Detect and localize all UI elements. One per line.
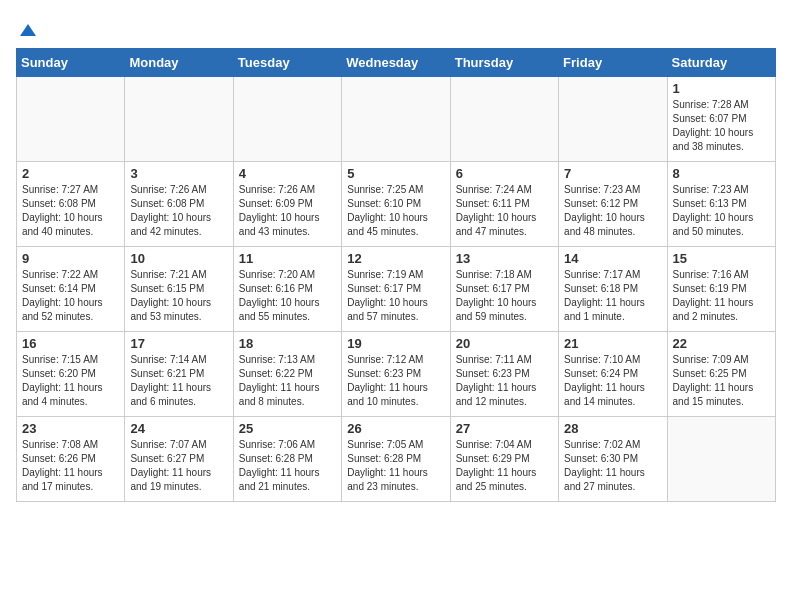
day-cell: 21Sunrise: 7:10 AM Sunset: 6:24 PM Dayli… xyxy=(559,332,667,417)
day-cell: 15Sunrise: 7:16 AM Sunset: 6:19 PM Dayli… xyxy=(667,247,775,332)
week-row-1: 1Sunrise: 7:28 AM Sunset: 6:07 PM Daylig… xyxy=(17,77,776,162)
day-info: Sunrise: 7:13 AM Sunset: 6:22 PM Dayligh… xyxy=(239,353,336,409)
day-info: Sunrise: 7:21 AM Sunset: 6:15 PM Dayligh… xyxy=(130,268,227,324)
day-number: 9 xyxy=(22,251,119,266)
weekday-header-wednesday: Wednesday xyxy=(342,49,450,77)
header xyxy=(16,16,776,40)
day-info: Sunrise: 7:10 AM Sunset: 6:24 PM Dayligh… xyxy=(564,353,661,409)
day-number: 27 xyxy=(456,421,553,436)
day-cell xyxy=(17,77,125,162)
day-cell: 20Sunrise: 7:11 AM Sunset: 6:23 PM Dayli… xyxy=(450,332,558,417)
day-cell xyxy=(233,77,341,162)
day-info: Sunrise: 7:22 AM Sunset: 6:14 PM Dayligh… xyxy=(22,268,119,324)
day-cell: 10Sunrise: 7:21 AM Sunset: 6:15 PM Dayli… xyxy=(125,247,233,332)
day-cell: 27Sunrise: 7:04 AM Sunset: 6:29 PM Dayli… xyxy=(450,417,558,502)
day-number: 14 xyxy=(564,251,661,266)
day-cell: 12Sunrise: 7:19 AM Sunset: 6:17 PM Dayli… xyxy=(342,247,450,332)
weekday-header-saturday: Saturday xyxy=(667,49,775,77)
day-info: Sunrise: 7:02 AM Sunset: 6:30 PM Dayligh… xyxy=(564,438,661,494)
day-number: 8 xyxy=(673,166,770,181)
day-number: 5 xyxy=(347,166,444,181)
day-info: Sunrise: 7:18 AM Sunset: 6:17 PM Dayligh… xyxy=(456,268,553,324)
day-info: Sunrise: 7:15 AM Sunset: 6:20 PM Dayligh… xyxy=(22,353,119,409)
day-info: Sunrise: 7:24 AM Sunset: 6:11 PM Dayligh… xyxy=(456,183,553,239)
day-number: 4 xyxy=(239,166,336,181)
day-number: 6 xyxy=(456,166,553,181)
logo-icon xyxy=(18,20,38,40)
day-number: 21 xyxy=(564,336,661,351)
day-cell xyxy=(667,417,775,502)
day-number: 2 xyxy=(22,166,119,181)
day-cell: 5Sunrise: 7:25 AM Sunset: 6:10 PM Daylig… xyxy=(342,162,450,247)
day-info: Sunrise: 7:16 AM Sunset: 6:19 PM Dayligh… xyxy=(673,268,770,324)
day-info: Sunrise: 7:28 AM Sunset: 6:07 PM Dayligh… xyxy=(673,98,770,154)
day-info: Sunrise: 7:19 AM Sunset: 6:17 PM Dayligh… xyxy=(347,268,444,324)
weekday-header-thursday: Thursday xyxy=(450,49,558,77)
day-cell: 26Sunrise: 7:05 AM Sunset: 6:28 PM Dayli… xyxy=(342,417,450,502)
day-info: Sunrise: 7:26 AM Sunset: 6:08 PM Dayligh… xyxy=(130,183,227,239)
day-info: Sunrise: 7:11 AM Sunset: 6:23 PM Dayligh… xyxy=(456,353,553,409)
day-number: 16 xyxy=(22,336,119,351)
week-row-4: 16Sunrise: 7:15 AM Sunset: 6:20 PM Dayli… xyxy=(17,332,776,417)
day-number: 17 xyxy=(130,336,227,351)
day-info: Sunrise: 7:27 AM Sunset: 6:08 PM Dayligh… xyxy=(22,183,119,239)
svg-marker-0 xyxy=(20,24,36,36)
weekday-header-friday: Friday xyxy=(559,49,667,77)
day-number: 28 xyxy=(564,421,661,436)
day-info: Sunrise: 7:14 AM Sunset: 6:21 PM Dayligh… xyxy=(130,353,227,409)
day-number: 22 xyxy=(673,336,770,351)
day-cell: 11Sunrise: 7:20 AM Sunset: 6:16 PM Dayli… xyxy=(233,247,341,332)
week-row-3: 9Sunrise: 7:22 AM Sunset: 6:14 PM Daylig… xyxy=(17,247,776,332)
day-cell: 14Sunrise: 7:17 AM Sunset: 6:18 PM Dayli… xyxy=(559,247,667,332)
logo xyxy=(16,20,38,40)
day-number: 18 xyxy=(239,336,336,351)
weekday-header-tuesday: Tuesday xyxy=(233,49,341,77)
day-cell: 25Sunrise: 7:06 AM Sunset: 6:28 PM Dayli… xyxy=(233,417,341,502)
day-info: Sunrise: 7:06 AM Sunset: 6:28 PM Dayligh… xyxy=(239,438,336,494)
day-cell xyxy=(342,77,450,162)
day-number: 24 xyxy=(130,421,227,436)
day-number: 23 xyxy=(22,421,119,436)
day-cell: 23Sunrise: 7:08 AM Sunset: 6:26 PM Dayli… xyxy=(17,417,125,502)
day-number: 19 xyxy=(347,336,444,351)
day-number: 3 xyxy=(130,166,227,181)
day-number: 15 xyxy=(673,251,770,266)
week-row-2: 2Sunrise: 7:27 AM Sunset: 6:08 PM Daylig… xyxy=(17,162,776,247)
day-cell: 6Sunrise: 7:24 AM Sunset: 6:11 PM Daylig… xyxy=(450,162,558,247)
day-cell: 22Sunrise: 7:09 AM Sunset: 6:25 PM Dayli… xyxy=(667,332,775,417)
day-info: Sunrise: 7:20 AM Sunset: 6:16 PM Dayligh… xyxy=(239,268,336,324)
day-cell: 13Sunrise: 7:18 AM Sunset: 6:17 PM Dayli… xyxy=(450,247,558,332)
day-number: 11 xyxy=(239,251,336,266)
day-cell: 7Sunrise: 7:23 AM Sunset: 6:12 PM Daylig… xyxy=(559,162,667,247)
day-cell: 18Sunrise: 7:13 AM Sunset: 6:22 PM Dayli… xyxy=(233,332,341,417)
day-cell: 28Sunrise: 7:02 AM Sunset: 6:30 PM Dayli… xyxy=(559,417,667,502)
day-cell: 17Sunrise: 7:14 AM Sunset: 6:21 PM Dayli… xyxy=(125,332,233,417)
weekday-header-row: SundayMondayTuesdayWednesdayThursdayFrid… xyxy=(17,49,776,77)
day-info: Sunrise: 7:23 AM Sunset: 6:12 PM Dayligh… xyxy=(564,183,661,239)
week-row-5: 23Sunrise: 7:08 AM Sunset: 6:26 PM Dayli… xyxy=(17,417,776,502)
day-cell xyxy=(559,77,667,162)
calendar: SundayMondayTuesdayWednesdayThursdayFrid… xyxy=(16,48,776,502)
day-cell: 19Sunrise: 7:12 AM Sunset: 6:23 PM Dayli… xyxy=(342,332,450,417)
day-number: 7 xyxy=(564,166,661,181)
day-cell: 4Sunrise: 7:26 AM Sunset: 6:09 PM Daylig… xyxy=(233,162,341,247)
weekday-header-sunday: Sunday xyxy=(17,49,125,77)
day-number: 13 xyxy=(456,251,553,266)
day-number: 26 xyxy=(347,421,444,436)
day-cell: 8Sunrise: 7:23 AM Sunset: 6:13 PM Daylig… xyxy=(667,162,775,247)
weekday-header-monday: Monday xyxy=(125,49,233,77)
day-info: Sunrise: 7:26 AM Sunset: 6:09 PM Dayligh… xyxy=(239,183,336,239)
day-number: 10 xyxy=(130,251,227,266)
day-info: Sunrise: 7:07 AM Sunset: 6:27 PM Dayligh… xyxy=(130,438,227,494)
day-number: 20 xyxy=(456,336,553,351)
day-cell: 24Sunrise: 7:07 AM Sunset: 6:27 PM Dayli… xyxy=(125,417,233,502)
day-info: Sunrise: 7:08 AM Sunset: 6:26 PM Dayligh… xyxy=(22,438,119,494)
day-number: 1 xyxy=(673,81,770,96)
day-number: 25 xyxy=(239,421,336,436)
day-cell: 16Sunrise: 7:15 AM Sunset: 6:20 PM Dayli… xyxy=(17,332,125,417)
day-info: Sunrise: 7:12 AM Sunset: 6:23 PM Dayligh… xyxy=(347,353,444,409)
day-number: 12 xyxy=(347,251,444,266)
day-info: Sunrise: 7:25 AM Sunset: 6:10 PM Dayligh… xyxy=(347,183,444,239)
day-cell: 1Sunrise: 7:28 AM Sunset: 6:07 PM Daylig… xyxy=(667,77,775,162)
day-info: Sunrise: 7:05 AM Sunset: 6:28 PM Dayligh… xyxy=(347,438,444,494)
